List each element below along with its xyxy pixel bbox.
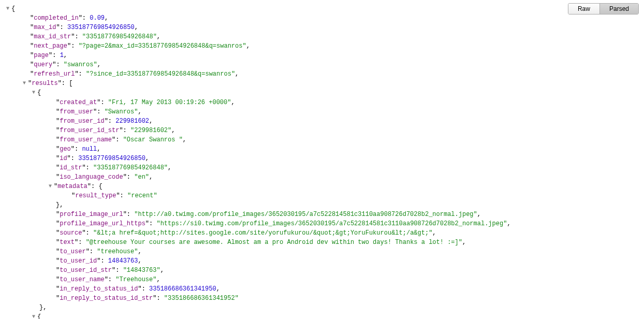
json-property: "query": "swanros", bbox=[4, 60, 644, 69]
json-property: "source": "&lt;a href=&quot;http://sites… bbox=[4, 228, 644, 238]
json-property: "from_user_id": 229981602, bbox=[4, 117, 644, 126]
json-property: "max_id": 335187769854926850, bbox=[4, 23, 644, 32]
raw-button[interactable]: Raw bbox=[568, 4, 599, 14]
json-viewer: ▼{ "completed_in": 0.09, "max_id": 33518… bbox=[0, 4, 644, 319]
collapse-toggle-icon[interactable]: ▼ bbox=[6, 4, 11, 13]
json-property: "refresh_url": "?since_id=33518776985492… bbox=[4, 69, 644, 79]
json-property: "to_user_name": "Treehouse", bbox=[4, 275, 644, 284]
json-property: "text": "@treehouse Your courses are awe… bbox=[4, 238, 644, 247]
json-property: "from_user_name": "Oscar Swanros ", bbox=[4, 135, 644, 144]
json-property: ▼"results": [ bbox=[4, 79, 644, 88]
json-property: "iso_language_code": "en", bbox=[4, 172, 644, 182]
json-property: "to_user_id": 14843763, bbox=[4, 256, 644, 266]
json-property: "profile_image_url": "http://a0.twimg.co… bbox=[4, 210, 644, 219]
view-toggle: Raw Parsed bbox=[568, 3, 639, 15]
json-property: "to_user": "treehouse", bbox=[4, 247, 644, 256]
json-property: "completed_in": 0.09, bbox=[4, 13, 644, 23]
collapse-toggle-icon[interactable]: ▼ bbox=[23, 79, 28, 88]
json-property: "next_page": "?page=2&max_id=33518776985… bbox=[4, 41, 644, 51]
json-property: "from_user_id_str": "229981602", bbox=[4, 126, 644, 135]
collapse-toggle-icon[interactable]: ▼ bbox=[32, 312, 37, 319]
json-property: "to_user_id_str": "14843763", bbox=[4, 266, 644, 275]
json-property: "in_reply_to_status_id": 335186686361341… bbox=[4, 284, 644, 294]
json-property: "in_reply_to_status_id_str": "3351866863… bbox=[4, 294, 644, 303]
json-property: "id_str": "335187769854926848", bbox=[4, 163, 644, 172]
json-property: ▼"metadata": { bbox=[4, 182, 644, 191]
json-array-item: ▼{ bbox=[4, 88, 644, 97]
json-property: "profile_image_url_https": "https://si0.… bbox=[4, 219, 644, 228]
json-property: "created_at": "Fri, 17 May 2013 00:19:26… bbox=[4, 98, 644, 107]
json-array-item: ▼{ bbox=[4, 312, 644, 319]
json-property: "result_type": "recent" bbox=[4, 191, 644, 200]
parsed-button[interactable]: Parsed bbox=[599, 4, 638, 14]
json-property: "geo": null, bbox=[4, 144, 644, 154]
json-property: "page": 1, bbox=[4, 51, 644, 60]
json-property: "max_id_str": "335187769854926848", bbox=[4, 32, 644, 41]
collapse-toggle-icon[interactable]: ▼ bbox=[49, 182, 54, 191]
json-property: "id": 335187769854926850, bbox=[4, 154, 644, 163]
collapse-toggle-icon[interactable]: ▼ bbox=[32, 88, 37, 97]
json-property: "from_user": "Swanros", bbox=[4, 107, 644, 117]
